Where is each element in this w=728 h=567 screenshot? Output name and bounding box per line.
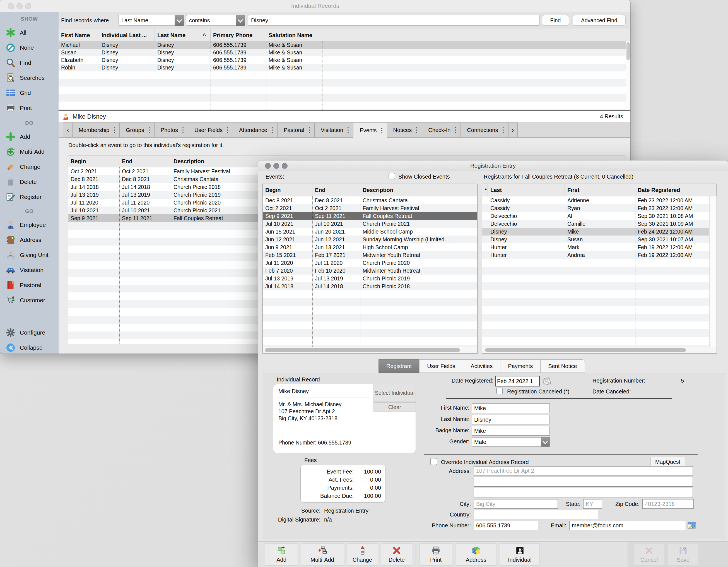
column-header[interactable]: Description	[360, 184, 477, 196]
tab-grip-icon[interactable]	[381, 130, 382, 131]
field-input[interactable]: Mike	[472, 426, 550, 436]
registrant-row[interactable]: DisneyMikeFeb 24 2022 12:00 AM	[482, 228, 710, 235]
toolbar-button[interactable]: Address	[455, 543, 497, 566]
sidebar-item[interactable]: Find	[0, 55, 59, 70]
column-header[interactable]: Last Name^	[155, 29, 211, 41]
registrant-row[interactable]: HunterAndreaFeb 19 2022 12:00 AM	[482, 251, 710, 259]
sidebar-item[interactable]: Customer	[0, 293, 59, 308]
column-header[interactable]: End	[119, 155, 171, 167]
sidebar-item[interactable]: Address	[0, 232, 59, 247]
sidebar-item[interactable]: Change	[0, 159, 59, 174]
search-input[interactable]: Disney	[248, 15, 540, 26]
field-dropdown[interactable]: Last Name	[118, 15, 184, 26]
toolbar-button[interactable]: Cancel	[633, 543, 665, 566]
sidebar-item[interactable]: Grid	[0, 85, 59, 100]
email-input[interactable]: member@focus.com	[569, 521, 686, 530]
column-header[interactable]: Begin	[263, 184, 312, 196]
event-row[interactable]: Jul 13 2019Jul 13 2019Church Picnic 2019	[263, 274, 477, 282]
detail-tab[interactable]: User Fields	[419, 360, 463, 373]
table-row[interactable]: RobinDisneyDisney606.555.1739Mike & Susa…	[59, 64, 630, 71]
table-row[interactable]: MichaelDisneyDisney606.555.1739Mike & Su…	[59, 41, 630, 49]
event-row[interactable]: Jun 9 2021Jun 13 2021High School Camp	[263, 243, 477, 251]
table-row[interactable]: SusanDisneyDisney606.555.1739Mike & Susa…	[59, 49, 630, 56]
calendar-icon[interactable]	[542, 377, 551, 386]
detail-tab[interactable]: Sent Notice	[540, 360, 585, 373]
toolbar-button[interactable]: Multi-Add	[301, 543, 344, 566]
registrant-row[interactable]: CassidyRyanFeb 23 2022 12:00 AM	[482, 204, 710, 212]
sidebar-item[interactable]: Delete	[0, 174, 59, 189]
tab-grip-icon[interactable]	[348, 129, 349, 131]
event-row[interactable]: Jun 12 2021Jun 12 2021Sunday Morning Wor…	[263, 235, 477, 243]
column-header[interactable]: Last	[488, 184, 565, 196]
tab-grip-icon[interactable]	[455, 129, 456, 131]
toolbar-button[interactable]: Print	[420, 543, 452, 566]
column-header[interactable]: Begin	[68, 155, 119, 167]
registrant-row[interactable]: CassidyAdrienneFeb 23 2022 12:00 AM	[482, 196, 710, 204]
tab-grip-icon[interactable]	[272, 129, 273, 131]
event-row[interactable]: Oct 2 2021Oct 2 2021Family Harvest Festi…	[263, 204, 477, 212]
registrant-row[interactable]: DelvecchioAlSep 30 2021 10:08 AM	[482, 212, 710, 220]
email-globe-icon[interactable]	[687, 521, 696, 530]
registrant-row[interactable]: HunterMarkFeb 19 2022 12:00 AM	[482, 243, 710, 251]
registrant-row[interactable]: DelvecchioCamilleSep 30 2021 10:09 AM	[482, 220, 710, 228]
sidebar-item[interactable]: Add	[0, 129, 59, 144]
registrant-row[interactable]: DisneySusanSep 30 2021 10:07 AM	[482, 235, 710, 243]
tab-grip-icon[interactable]	[503, 129, 504, 131]
address-input-1[interactable]: 107 Peachtree Dr Apt 2	[474, 466, 693, 476]
toolbar-button[interactable]: Delete	[381, 543, 412, 566]
column-header[interactable]: Individual Last ...	[99, 29, 155, 41]
tab-grip-icon[interactable]	[114, 129, 115, 131]
record-tab[interactable]: Pastoral	[277, 122, 314, 137]
sidebar-item[interactable]: Configure	[0, 325, 59, 340]
operator-dropdown[interactable]: contains	[186, 15, 245, 26]
detail-tab[interactable]: Payments	[500, 360, 541, 373]
tabs-scroll-right-button[interactable]: ›	[508, 122, 518, 137]
tab-grip-icon[interactable]	[149, 129, 150, 131]
address-input-3[interactable]	[474, 488, 693, 498]
record-tab[interactable]: User Fields	[188, 122, 233, 137]
sidebar-item[interactable]: Visitation	[0, 262, 59, 277]
tab-grip-icon[interactable]	[182, 129, 184, 131]
registrants-hscrollbar[interactable]	[482, 347, 717, 353]
event-row[interactable]: Dec 8 2021Dec 8 2021Christmas Cantata	[263, 196, 477, 204]
toolbar-button[interactable]: Add	[265, 543, 298, 566]
sidebar-item[interactable]: Collapse	[0, 340, 59, 355]
event-row[interactable]: Jul 14 2018Jul 14 2018Church Picnic 2018	[263, 282, 477, 290]
sidebar-item[interactable]: Giving Unit	[0, 247, 59, 262]
tab-grip-icon[interactable]	[416, 129, 417, 131]
event-row[interactable]: Jun 15 2021Jun 20 2021Middle School Camp	[263, 228, 477, 235]
record-tab[interactable]: Events	[353, 122, 387, 138]
record-tab[interactable]: Notices	[387, 122, 422, 137]
record-tab[interactable]: Groups	[119, 122, 155, 137]
registration-canceled-checkbox[interactable]	[496, 388, 503, 394]
address-input-2[interactable]	[474, 477, 693, 487]
tabs-scroll-left-button[interactable]: ‹	[63, 122, 73, 137]
column-header[interactable]: *	[482, 184, 488, 196]
column-header[interactable]: First Name	[59, 29, 99, 41]
detail-tab[interactable]: Activities	[463, 360, 500, 373]
column-header[interactable]: End	[312, 184, 360, 196]
column-header[interactable]: Primary Phone	[211, 29, 266, 41]
tab-grip-icon[interactable]	[309, 129, 310, 131]
events-hscrollbar[interactable]	[263, 347, 477, 353]
column-header[interactable]: Salutation Name	[266, 29, 322, 41]
record-tab[interactable]: Visitation	[314, 122, 354, 137]
sidebar-item[interactable]: Print	[0, 100, 59, 115]
tab-grip-icon[interactable]	[227, 129, 228, 131]
record-tab[interactable]: Connections	[461, 122, 508, 137]
sidebar-item[interactable]: All	[0, 25, 59, 40]
field-input[interactable]: Disney	[472, 415, 550, 424]
toolbar-button[interactable]: Save	[667, 543, 699, 566]
sidebar-item[interactable]: None	[0, 40, 59, 55]
event-row[interactable]: Jul 10 2021Jul 10 2021Church Picnic 2021	[263, 220, 477, 228]
sidebar-item[interactable]: Multi-Add	[0, 144, 59, 159]
field-input[interactable]: Male	[472, 437, 550, 447]
sidebar-item[interactable]: Searches	[0, 70, 59, 85]
mapquest-button[interactable]: MapQuest	[650, 457, 685, 467]
chevron-down-icon[interactable]	[236, 15, 245, 26]
detail-tab[interactable]: Registrant	[379, 360, 420, 373]
chevron-down-icon[interactable]	[175, 15, 184, 26]
country-input[interactable]	[474, 510, 598, 519]
date-registered-input[interactable]: Feb 24 2022 1	[495, 376, 540, 387]
advanced-find-button[interactable]: Advanced Find	[573, 15, 626, 26]
